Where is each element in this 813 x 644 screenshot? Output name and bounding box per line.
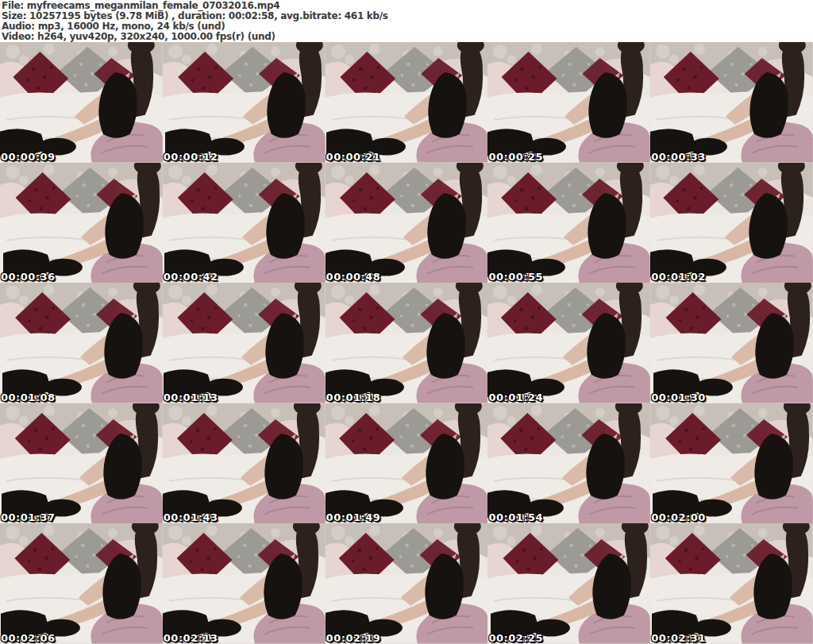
timestamp-overlay: 00:01:24 xyxy=(488,391,543,403)
thumbnail-image xyxy=(487,523,650,644)
thumbnail-image xyxy=(650,403,813,524)
timestamp-overlay: 00:01:37 xyxy=(1,511,56,523)
timestamp-overlay: 00:00:12 xyxy=(164,151,218,163)
video-thumbnail[interactable]: 00:02:19 xyxy=(326,523,488,644)
thumbnail-image xyxy=(326,403,488,524)
thumbnail-image xyxy=(650,283,813,403)
timestamp-overlay: 00:00:21 xyxy=(326,151,381,163)
video-info-line: Video: h264, yuv420p, 320x240, 1000.00 f… xyxy=(2,32,813,42)
thumbnail-image xyxy=(487,403,650,524)
video-thumbnail[interactable]: 00:00:48 xyxy=(326,163,488,283)
video-thumbnail[interactable]: 00:01:37 xyxy=(0,403,163,524)
thumbnail-image xyxy=(163,283,326,403)
thumbnail-image xyxy=(0,283,163,403)
timestamp-overlay: 00:01:30 xyxy=(651,391,706,403)
thumbnail-image xyxy=(163,523,326,644)
thumbnail-image xyxy=(326,523,488,644)
contact-sheet: File: myfreecams_meganmilan_female_07032… xyxy=(0,0,813,644)
timestamp-overlay: 00:02:06 xyxy=(1,632,56,644)
thumbnail-image xyxy=(163,42,326,163)
video-thumbnail[interactable]: 00:00:55 xyxy=(487,163,650,283)
video-thumbnail[interactable]: 00:01:30 xyxy=(650,283,813,403)
thumbnail-image xyxy=(487,283,650,403)
thumbnail-image xyxy=(487,42,650,163)
video-thumbnail[interactable]: 00:00:25 xyxy=(487,42,650,163)
timestamp-overlay: 00:00:55 xyxy=(488,271,543,283)
thumbnail-image xyxy=(650,163,813,283)
thumbnail-image xyxy=(0,403,163,524)
thumbnail-grid: 00:00:09 xyxy=(0,42,813,644)
timestamp-overlay: 00:02:19 xyxy=(326,632,381,644)
timestamp-overlay: 00:00:09 xyxy=(1,151,56,163)
video-thumbnail[interactable]: 00:01:08 xyxy=(0,283,163,403)
video-thumbnail[interactable]: 00:01:24 xyxy=(487,283,650,403)
timestamp-overlay: 00:01:02 xyxy=(651,271,706,283)
timestamp-overlay: 00:00:36 xyxy=(1,271,56,283)
thumbnail-image xyxy=(650,42,813,163)
timestamp-overlay: 00:00:25 xyxy=(488,151,543,163)
timestamp-overlay: 00:00:48 xyxy=(326,271,381,283)
video-thumbnail[interactable]: 00:01:43 xyxy=(163,403,326,524)
thumbnail-image xyxy=(163,163,326,283)
video-thumbnail[interactable]: 00:01:13 xyxy=(163,283,326,403)
video-thumbnail[interactable]: 00:02:25 xyxy=(487,523,650,644)
video-thumbnail[interactable]: 00:00:36 xyxy=(0,163,163,283)
timestamp-overlay: 00:02:00 xyxy=(651,511,706,523)
video-thumbnail[interactable]: 00:02:31 xyxy=(650,523,813,644)
video-thumbnail[interactable]: 00:02:13 xyxy=(163,523,326,644)
media-info-header: File: myfreecams_meganmilan_female_07032… xyxy=(0,0,813,42)
thumbnail-image xyxy=(163,403,326,524)
video-thumbnail[interactable]: 00:01:49 xyxy=(326,403,488,524)
video-thumbnail[interactable]: 00:00:42 xyxy=(163,163,326,283)
thumbnail-image xyxy=(326,163,488,283)
video-thumbnail[interactable]: 00:00:12 xyxy=(163,42,326,163)
video-thumbnail[interactable]: 00:00:09 xyxy=(0,42,163,163)
timestamp-overlay: 00:02:25 xyxy=(488,632,543,644)
thumbnail-image xyxy=(0,42,163,163)
timestamp-overlay: 00:02:31 xyxy=(651,632,706,644)
timestamp-overlay: 00:01:08 xyxy=(1,391,56,403)
video-thumbnail[interactable]: 00:01:54 xyxy=(487,403,650,524)
timestamp-overlay: 00:00:42 xyxy=(164,271,218,283)
timestamp-overlay: 00:01:49 xyxy=(326,511,381,523)
timestamp-overlay: 00:01:18 xyxy=(326,391,381,403)
timestamp-overlay: 00:01:13 xyxy=(164,391,218,403)
thumbnail-image xyxy=(0,163,163,283)
thumbnail-image xyxy=(650,523,813,644)
timestamp-overlay: 00:00:33 xyxy=(651,151,706,163)
video-thumbnail[interactable]: 00:02:00 xyxy=(650,403,813,524)
thumbnail-image xyxy=(326,283,488,403)
thumbnail-image xyxy=(487,163,650,283)
thumbnail-image xyxy=(0,523,163,644)
video-thumbnail[interactable]: 00:02:06 xyxy=(0,523,163,644)
thumbnail-image xyxy=(326,42,488,163)
timestamp-overlay: 00:02:13 xyxy=(164,632,218,644)
video-thumbnail[interactable]: 00:01:18 xyxy=(326,283,488,403)
timestamp-overlay: 00:01:54 xyxy=(488,511,543,523)
video-thumbnail[interactable]: 00:01:02 xyxy=(650,163,813,283)
video-thumbnail[interactable]: 00:00:21 xyxy=(326,42,488,163)
timestamp-overlay: 00:01:43 xyxy=(164,511,218,523)
video-thumbnail[interactable]: 00:00:33 xyxy=(650,42,813,163)
